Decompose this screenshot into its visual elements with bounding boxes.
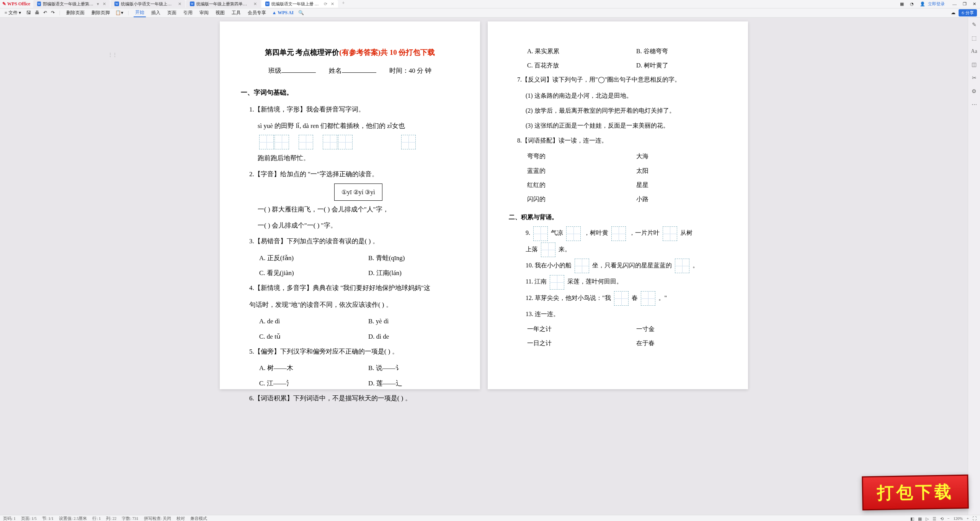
page-2: A. 果实累累B. 谷穗弯弯 C. 百花齐放D. 树叶黄了 7.【反义词】读下列… bbox=[488, 21, 748, 389]
pencil-icon[interactable]: ✎ bbox=[972, 21, 977, 28]
menu-insert[interactable]: 插入 bbox=[150, 9, 162, 17]
clipboard-icon[interactable]: 📋▾ bbox=[115, 10, 123, 16]
status-spell[interactable]: 拼写检查: 关闭 bbox=[144, 516, 172, 521]
tab-strip: W部编版语文一年级上册第四单元综▾✕ W统编版小学语文一年级上册第四单元✕ W统… bbox=[33, 0, 898, 8]
close-icon[interactable]: ✕ bbox=[253, 2, 257, 7]
page-1: 第四单元 考点梳理评价(有参考答案)共 10 份打包下载 班级 姓名 时间：40… bbox=[220, 21, 480, 389]
redo-icon[interactable]: ↷ bbox=[51, 10, 55, 16]
more-icon[interactable]: ⋯ bbox=[972, 102, 977, 108]
login-button[interactable]: 👤 立即登录 bbox=[918, 1, 948, 7]
view-icon[interactable]: ☰ bbox=[933, 516, 936, 521]
tab-4[interactable]: W统编版语文一年级上册 第四年⟳✕ bbox=[261, 0, 338, 8]
tab-1[interactable]: W部编版语文一年级上册第四单元综▾✕ bbox=[33, 0, 110, 8]
grid-icon[interactable]: ▦ bbox=[898, 2, 905, 7]
style-icon[interactable]: Aa bbox=[971, 48, 977, 54]
delete-footer-button[interactable]: 删除页脚 bbox=[90, 9, 111, 17]
help-icon[interactable]: ◔ bbox=[908, 2, 915, 7]
print-icon[interactable]: 🖶 bbox=[35, 10, 39, 16]
status-chars[interactable]: 字数: 731 bbox=[122, 516, 138, 521]
status-bar: 页码: 1 页面: 1/5 节: 1/1 设置值: 2.5厘米 行: 1 列: … bbox=[0, 515, 980, 521]
menu-ref[interactable]: 引用 bbox=[182, 9, 194, 17]
view-icon[interactable]: ▦ bbox=[918, 516, 922, 521]
layers-icon[interactable]: ◫ bbox=[972, 61, 977, 68]
chevron-down-icon[interactable]: ▾ bbox=[97, 2, 99, 7]
hamburger-icon[interactable]: ≡ 文件 ▾ bbox=[3, 9, 23, 17]
status-page[interactable]: 页码: 1 bbox=[3, 516, 16, 521]
undo-icon[interactable]: ↶ bbox=[43, 10, 47, 16]
close-icon[interactable]: ✕ bbox=[178, 2, 181, 7]
save-icon[interactable]: 🖫 bbox=[26, 10, 31, 16]
delete-page-button[interactable]: 删除页面 bbox=[65, 9, 86, 17]
status-col: 列: 22 bbox=[106, 516, 116, 521]
add-tab-button[interactable]: + bbox=[339, 0, 348, 8]
drag-handle-icon[interactable]: ⋮⋮ bbox=[108, 52, 117, 58]
maximize-icon[interactable]: ❐ bbox=[961, 2, 968, 7]
search-icon[interactable]: 🔍 bbox=[298, 10, 304, 16]
close-icon[interactable]: ✕ bbox=[103, 2, 106, 7]
zoom-in-icon[interactable]: + bbox=[967, 516, 969, 521]
cloud-icon[interactable]: ☁ bbox=[951, 10, 956, 16]
view-icon[interactable]: ▷ bbox=[926, 516, 929, 521]
tool-icon[interactable]: ✂ bbox=[972, 75, 977, 81]
status-proof[interactable]: 校对 bbox=[176, 516, 185, 521]
menu-page[interactable]: 页面 bbox=[166, 9, 178, 17]
menu-review[interactable]: 审阅 bbox=[198, 9, 210, 17]
zoom-out-icon[interactable]: − bbox=[947, 516, 950, 521]
word-icon: W bbox=[190, 2, 194, 6]
status-setting: 设置值: 2.5厘米 bbox=[59, 516, 87, 521]
view-icon[interactable]: ◧ bbox=[910, 516, 914, 521]
menu-tools[interactable]: 工具 bbox=[230, 9, 242, 17]
word-icon: W bbox=[37, 2, 41, 6]
tab-2[interactable]: W统编版小学语文一年级上册第四单元✕ bbox=[111, 0, 185, 8]
menu-start[interactable]: 开始 bbox=[134, 8, 146, 17]
status-mode[interactable]: 兼容模式 bbox=[190, 516, 207, 521]
close-icon[interactable]: ✕ bbox=[331, 2, 334, 7]
right-sidebar: ✎ ⬚ Aa ◫ ✂ ⚙ ⋯ bbox=[968, 18, 980, 515]
minimize-icon[interactable]: — bbox=[951, 2, 958, 7]
refresh-icon[interactable]: ⟳ bbox=[324, 2, 327, 7]
view-icon[interactable]: ⟲ bbox=[940, 516, 944, 521]
status-pages[interactable]: 页面: 1/5 bbox=[21, 516, 37, 521]
word-icon: W bbox=[265, 2, 270, 6]
document-canvas[interactable]: ⋮⋮ 第四单元 考点梳理评价(有参考答案)共 10 份打包下载 班级 姓名 时间… bbox=[0, 18, 968, 515]
word-icon: W bbox=[114, 2, 119, 6]
zoom-value[interactable]: 120% bbox=[954, 516, 963, 521]
status-section: 节: 1/1 bbox=[42, 516, 54, 521]
wps-ai-button[interactable]: ▲ WPS AI bbox=[272, 10, 294, 16]
tab-3[interactable]: W统编版一年级上册第四单元试卷(含答✕ bbox=[186, 0, 261, 8]
download-stamp[interactable]: 打包下载 bbox=[862, 475, 969, 511]
menu-member[interactable]: 会员专享 bbox=[246, 9, 268, 17]
status-row: 行: 1 bbox=[92, 516, 101, 521]
fullscreen-icon[interactable]: ⛶ bbox=[973, 516, 977, 521]
close-window-icon[interactable]: ✕ bbox=[971, 2, 978, 7]
share-button[interactable]: ⎋ 分享 bbox=[959, 9, 977, 16]
menu-view[interactable]: 视图 bbox=[214, 9, 226, 17]
gear-icon[interactable]: ⚙ bbox=[972, 88, 977, 95]
select-icon[interactable]: ⬚ bbox=[972, 35, 977, 41]
app-logo: ✎ WPS Office bbox=[2, 1, 30, 7]
